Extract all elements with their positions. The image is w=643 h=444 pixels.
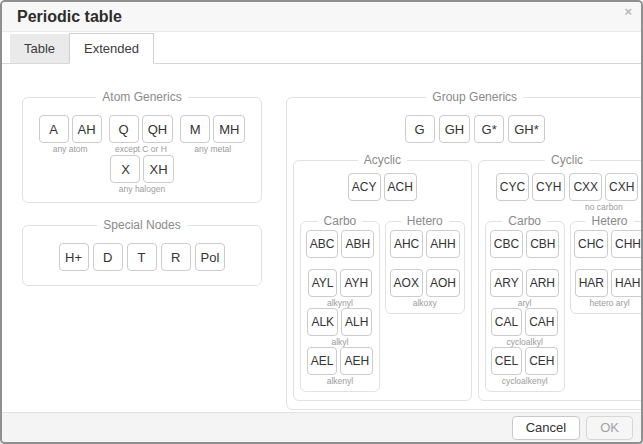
button-aeh[interactable]: AEH	[340, 347, 373, 375]
button-xh[interactable]: XH	[143, 155, 173, 183]
button-aox[interactable]: AOX	[390, 269, 423, 297]
ok-button[interactable]: OK	[586, 416, 633, 440]
button-chh[interactable]: CHH	[611, 230, 641, 258]
group-hint: except C or H	[115, 144, 167, 154]
button-chc[interactable]: CHC	[574, 230, 608, 258]
group-hint: alkenyl	[327, 376, 353, 386]
atom-generics-section: Atom Generics A AH any atom Q QH	[22, 90, 262, 203]
button-g-star[interactable]: G*	[474, 115, 504, 143]
button-cah[interactable]: CAH	[525, 308, 558, 336]
close-icon[interactable]: ×	[624, 5, 632, 18]
button-ahh[interactable]: AHH	[426, 230, 459, 258]
button-h-plus[interactable]: H+	[59, 243, 89, 271]
button-ach[interactable]: ACH	[384, 173, 417, 201]
button-acy[interactable]: ACY	[348, 173, 381, 201]
button-cel[interactable]: CEL	[491, 347, 522, 375]
group-generics-top-row: G GH G* GH*	[293, 108, 641, 153]
special-nodes-legend: Special Nodes	[97, 218, 186, 232]
button-cyh[interactable]: CYH	[532, 173, 565, 201]
button-d[interactable]: D	[93, 243, 123, 271]
button-q[interactable]: Q	[109, 115, 139, 143]
atom-generics-legend: Atom Generics	[96, 90, 187, 104]
left-column: Atom Generics A AH any atom Q QH	[22, 90, 262, 286]
button-mh[interactable]: MH	[213, 115, 245, 143]
tab-table[interactable]: Table	[10, 34, 69, 63]
acyclic-cyclic-columns: Acyclic ACY ACH	[293, 153, 641, 401]
group-hint: alkynyl	[327, 298, 353, 308]
atom-generics-row-2: X XH any halogen	[29, 154, 255, 194]
acyclic-hetero-legend: Hetero	[401, 214, 449, 228]
group-hint: no carbon	[585, 202, 623, 212]
button-hah[interactable]: HAH	[611, 269, 641, 297]
button-t[interactable]: T	[127, 243, 157, 271]
cyclic-top-row: CYC CYH CXX CXH no carbon	[485, 171, 641, 212]
button-cbh[interactable]: CBH	[526, 230, 559, 258]
dialog-title: Periodic table	[17, 8, 122, 26]
atom-generics-row-1: A AH any atom Q QH except C or H	[29, 108, 255, 154]
group-hint: any metal	[194, 144, 231, 154]
any-metal-group: M MH any metal	[180, 115, 245, 154]
cancel-button[interactable]: Cancel	[512, 416, 580, 440]
button-m[interactable]: M	[180, 115, 210, 143]
button-pol[interactable]: Pol	[195, 243, 226, 271]
tab-extended[interactable]: Extended	[69, 33, 154, 64]
button-abc[interactable]: ABC	[306, 230, 339, 258]
acyclic-carbo-section: Carbo ABC ABH	[300, 214, 380, 392]
cyclic-hetero-section: Hetero CHC CHH	[570, 214, 641, 314]
button-a[interactable]: A	[39, 115, 69, 143]
group-hint: any halogen	[119, 184, 165, 194]
group-hint: aryl	[518, 298, 532, 308]
button-cbc[interactable]: CBC	[490, 230, 523, 258]
button-ahc[interactable]: AHC	[390, 230, 423, 258]
button-cal[interactable]: CAL	[491, 308, 522, 336]
group-hint: cycloalkyl	[506, 337, 542, 347]
any-atom-group: A AH any atom	[39, 115, 102, 154]
acyclic-top-row: ACY ACH	[300, 171, 465, 212]
button-ayh[interactable]: AYH	[340, 269, 372, 297]
button-arh[interactable]: ARH	[526, 269, 559, 297]
acyclic-legend: Acyclic	[358, 153, 407, 167]
button-ceh[interactable]: CEH	[525, 347, 558, 375]
button-alh[interactable]: ALH	[341, 308, 372, 336]
button-ael[interactable]: AEL	[307, 347, 338, 375]
special-nodes-row: H+ D T R Pol	[29, 236, 255, 277]
cyclic-section: Cyclic CYC CYH CXX	[478, 153, 641, 401]
button-har[interactable]: HAR	[575, 269, 608, 297]
acyclic-section: Acyclic ACY ACH	[293, 153, 472, 401]
button-ayl[interactable]: AYL	[308, 269, 338, 297]
group-hint: hetero aryl	[589, 298, 629, 308]
button-ary[interactable]: ARY	[490, 269, 522, 297]
button-g[interactable]: G	[405, 115, 435, 143]
cyclic-carbo-section: Carbo CBC CBH	[485, 214, 565, 392]
group-generics-legend: Group Generics	[426, 90, 523, 104]
button-gh[interactable]: GH	[439, 115, 471, 143]
button-ah[interactable]: AH	[72, 115, 102, 143]
tab-bar: Table Extended	[2, 32, 641, 64]
any-halogen-group: X XH any halogen	[110, 155, 173, 194]
right-column: Group Generics G GH G* GH* Acyclic	[286, 90, 641, 410]
button-x[interactable]: X	[110, 155, 140, 183]
except-c-or-h-group: Q QH except C or H	[109, 115, 174, 154]
cyclic-hetero-legend: Hetero	[585, 214, 633, 228]
group-hint: alkyl	[331, 337, 348, 347]
dialog-footer: Cancel OK	[2, 412, 641, 442]
group-hint: alkoxy	[413, 298, 437, 308]
button-aoh[interactable]: AOH	[426, 269, 460, 297]
special-nodes-section: Special Nodes H+ D T R Pol	[22, 218, 262, 286]
group-hint: any atom	[53, 144, 88, 154]
button-qh[interactable]: QH	[142, 115, 174, 143]
button-abh[interactable]: ABH	[341, 230, 374, 258]
button-cxx[interactable]: CXX	[569, 173, 602, 201]
button-r[interactable]: R	[161, 243, 191, 271]
cyclic-carbo-legend: Carbo	[502, 214, 547, 228]
periodic-table-dialog: Periodic table × Table Extended Atom Gen…	[0, 0, 643, 444]
button-cyc[interactable]: CYC	[496, 173, 529, 201]
group-generics-section: Group Generics G GH G* GH* Acyclic	[286, 90, 641, 410]
extended-tab-content: Atom Generics A AH any atom Q QH	[2, 64, 641, 412]
cyclic-legend: Cyclic	[545, 153, 589, 167]
button-gh-star[interactable]: GH*	[508, 115, 545, 143]
button-cxh[interactable]: CXH	[605, 173, 638, 201]
button-alk[interactable]: ALK	[307, 308, 338, 336]
acyclic-carbo-legend: Carbo	[318, 214, 363, 228]
group-hint: cycloalkenyl	[502, 376, 548, 386]
